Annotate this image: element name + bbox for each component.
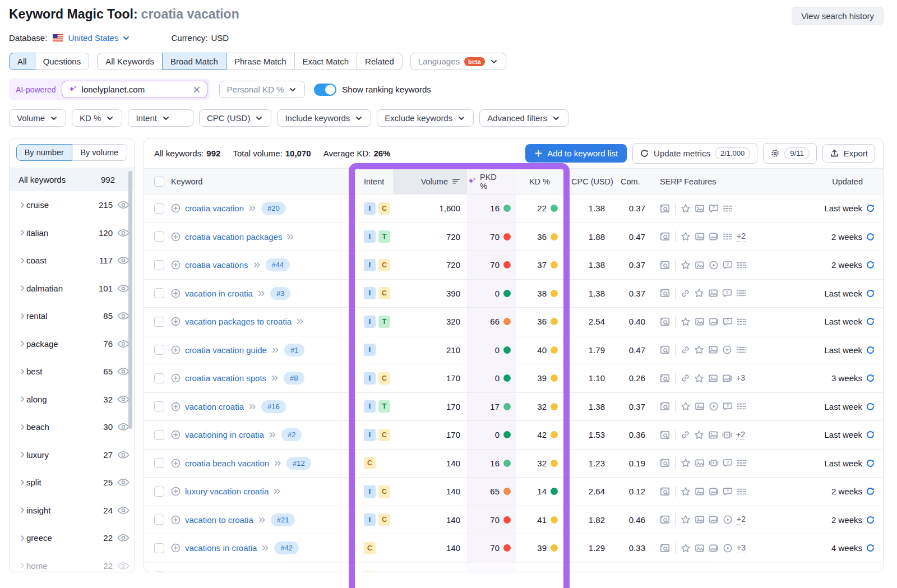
- keyword-link[interactable]: vacation to croatia: [185, 515, 253, 525]
- keyword-link[interactable]: vacation packages to croatia: [185, 317, 292, 326]
- filter-dropdown-intent[interactable]: Intent: [128, 109, 193, 127]
- row-checkbox[interactable]: [154, 487, 164, 497]
- intent-badge-i[interactable]: I: [364, 372, 376, 385]
- keyword-link[interactable]: vacationing in croatia: [185, 430, 264, 439]
- filter-dropdown-include-keywords[interactable]: Include keywords: [277, 109, 371, 127]
- sidebar-group-home[interactable]: home22: [10, 552, 134, 573]
- sidebar-group-rental[interactable]: rental85: [10, 302, 134, 330]
- ranking-position-badge[interactable]: #12: [286, 457, 311, 470]
- hide-group-eye-icon[interactable]: [117, 340, 130, 348]
- sidebar-group-along[interactable]: along32: [10, 386, 134, 414]
- ranking-position-badge[interactable]: #44: [266, 258, 290, 271]
- refresh-metrics-icon[interactable]: [866, 317, 875, 326]
- serp-more-count[interactable]: +3: [736, 373, 745, 383]
- row-checkbox[interactable]: [154, 458, 164, 468]
- intent-badge-i[interactable]: I: [364, 429, 376, 441]
- column-header-cpc[interactable]: CPC (USD): [563, 169, 617, 194]
- intent-badge-c[interactable]: C: [378, 429, 390, 441]
- serp-preview-icon[interactable]: [660, 487, 670, 497]
- hide-group-eye-icon[interactable]: [117, 562, 130, 570]
- refresh-metrics-icon[interactable]: [866, 543, 875, 553]
- refresh-metrics-icon[interactable]: [866, 203, 875, 213]
- intent-badge-c[interactable]: C: [378, 202, 390, 215]
- sidebar-tab-by-number[interactable]: By number: [16, 144, 72, 161]
- serp-preview-icon[interactable]: [660, 401, 670, 411]
- tab-questions[interactable]: Questions: [35, 53, 90, 70]
- keyword-link[interactable]: vacation croatia: [185, 402, 244, 411]
- refresh-metrics-icon[interactable]: [866, 430, 875, 439]
- column-header-com[interactable]: Com.: [617, 169, 650, 194]
- hide-group-eye-icon[interactable]: [117, 506, 130, 515]
- filter-dropdown-kd-[interactable]: KD %: [72, 109, 122, 127]
- intent-badge-c[interactable]: C: [364, 457, 376, 469]
- tab-broad-match[interactable]: Broad Match: [162, 53, 226, 70]
- ranking-position-badge[interactable]: #42: [274, 541, 299, 554]
- hide-group-eye-icon[interactable]: [117, 229, 130, 237]
- sidebar-group-best[interactable]: best65: [10, 358, 134, 386]
- keyword-link[interactable]: vacations in croatia: [185, 543, 257, 553]
- intent-badge-i[interactable]: I: [364, 344, 376, 356]
- personal-kd-dropdown[interactable]: Personal KD %: [219, 81, 306, 98]
- row-checkbox[interactable]: [154, 203, 164, 214]
- sidebar-group-split[interactable]: split25: [10, 469, 134, 497]
- hide-group-eye-icon[interactable]: [117, 478, 130, 487]
- hide-group-eye-icon[interactable]: [117, 312, 130, 320]
- intent-badge-t[interactable]: T: [378, 400, 390, 413]
- show-ranking-toggle[interactable]: [314, 84, 336, 96]
- hide-group-eye-icon[interactable]: [117, 423, 130, 431]
- intent-badge-i[interactable]: I: [364, 513, 376, 526]
- serp-preview-icon[interactable]: [660, 458, 670, 468]
- column-settings-button[interactable]: 9/11: [763, 143, 816, 164]
- row-checkbox[interactable]: [154, 543, 164, 553]
- serp-preview-icon[interactable]: [660, 515, 670, 525]
- ranking-position-badge[interactable]: #8: [284, 372, 304, 385]
- serp-preview-icon[interactable]: [660, 345, 670, 355]
- all-keywords-row[interactable]: All keywords 992: [10, 168, 134, 191]
- serp-more-count[interactable]: +3: [737, 571, 746, 572]
- hide-group-eye-icon[interactable]: [117, 367, 130, 376]
- row-checkbox[interactable]: [154, 373, 164, 383]
- hide-group-eye-icon[interactable]: [117, 284, 130, 293]
- intent-badge-i[interactable]: I: [364, 230, 376, 243]
- intent-badge-i[interactable]: I: [364, 400, 376, 413]
- refresh-metrics-icon[interactable]: [866, 373, 875, 383]
- keyword-link[interactable]: luxury vacation croatia: [185, 487, 269, 496]
- column-header-serp[interactable]: SERP Features: [650, 169, 755, 194]
- filter-dropdown-volume[interactable]: Volume: [9, 109, 66, 127]
- sidebar-tab-by-volume[interactable]: By volume: [72, 144, 128, 161]
- ranking-position-badge[interactable]: #1: [284, 344, 304, 356]
- refresh-metrics-icon[interactable]: [866, 402, 875, 411]
- serp-preview-icon[interactable]: [660, 288, 670, 298]
- select-all-checkbox[interactable]: [154, 177, 164, 187]
- ranking-position-badge[interactable]: #2: [281, 428, 302, 441]
- view-search-history-button[interactable]: View search history: [792, 7, 884, 25]
- serp-more-count[interactable]: +3: [737, 543, 746, 553]
- serp-more-count[interactable]: +2: [737, 515, 746, 525]
- languages-dropdown[interactable]: Languages beta: [410, 53, 506, 70]
- serp-more-count[interactable]: +2: [736, 430, 745, 440]
- refresh-metrics-icon[interactable]: [866, 289, 875, 298]
- keyword-link[interactable]: croatia vacation spots: [185, 373, 266, 383]
- domain-input-value[interactable]: lonelyplanet.com: [82, 85, 188, 94]
- row-checkbox[interactable]: [154, 345, 164, 355]
- hide-group-eye-icon[interactable]: [117, 451, 130, 459]
- refresh-metrics-icon[interactable]: [866, 515, 875, 525]
- clear-input-icon[interactable]: [192, 85, 201, 94]
- serp-preview-icon[interactable]: [660, 543, 670, 553]
- sidebar-group-beach[interactable]: beach30: [10, 413, 134, 441]
- keyword-link[interactable]: croatia vacation: [185, 203, 244, 213]
- row-checkbox[interactable]: [154, 515, 164, 525]
- sidebar-group-italian[interactable]: italian120: [10, 219, 134, 247]
- hide-group-eye-icon[interactable]: [117, 534, 130, 542]
- hide-group-eye-icon[interactable]: [117, 395, 130, 404]
- tab-exact-match[interactable]: Exact Match: [294, 53, 358, 70]
- refresh-metrics-icon[interactable]: [866, 345, 875, 355]
- sidebar-group-insight[interactable]: insight24: [10, 497, 134, 525]
- row-checkbox[interactable]: [154, 232, 164, 242]
- column-header-updated[interactable]: Updated: [755, 169, 883, 194]
- intent-badge-c[interactable]: C: [378, 287, 390, 299]
- intent-badge-c[interactable]: C: [378, 259, 390, 271]
- filter-dropdown-advanced-filters[interactable]: Advanced filters: [479, 109, 568, 127]
- row-checkbox[interactable]: [154, 317, 164, 327]
- sidebar-scrollbar[interactable]: [128, 171, 132, 429]
